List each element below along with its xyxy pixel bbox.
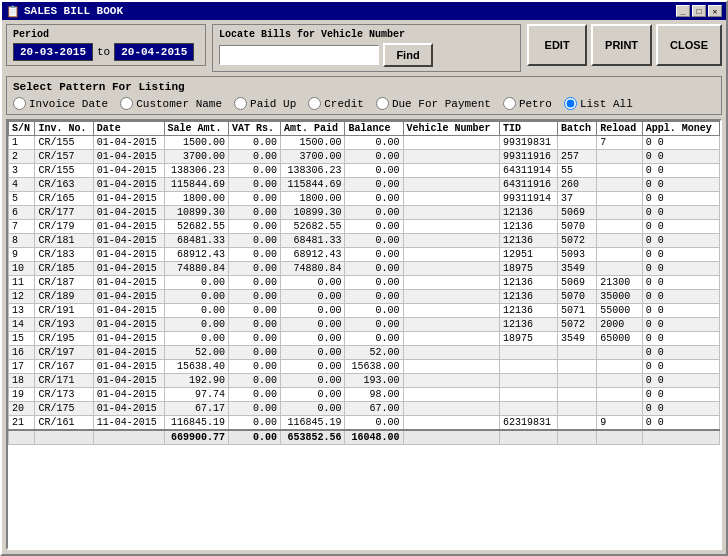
table-row[interactable]: 18CR/17101-04-2015192.900.000.00193.000 …: [9, 374, 720, 388]
table-row[interactable]: 4CR/16301-04-2015115844.690.00115844.690…: [9, 178, 720, 192]
table-cell: 19: [9, 388, 35, 402]
table-cell: 0 0: [642, 206, 719, 220]
table-cell: [403, 360, 499, 374]
title-bar: 📋 SALES BILL BOOK _ □ ✕: [2, 2, 726, 20]
radio-paid-up[interactable]: Paid Up: [234, 97, 296, 110]
top-section: Period 20-03-2015 to 20-04-2015 Locate B…: [6, 24, 722, 72]
table-row[interactable]: 6CR/17701-04-201510899.300.0010899.300.0…: [9, 206, 720, 220]
table-row[interactable]: 9CR/18301-04-201568912.430.0068912.430.0…: [9, 248, 720, 262]
title-bar-controls: _ □ ✕: [676, 5, 722, 17]
close-action-button[interactable]: CLOSE: [656, 24, 722, 66]
table-row[interactable]: 7CR/17901-04-201552682.550.0052682.550.0…: [9, 220, 720, 234]
table-cell: 0 0: [642, 290, 719, 304]
table-cell: 0 0: [642, 220, 719, 234]
table-cell: 52682.55: [164, 220, 229, 234]
table-row[interactable]: 8CR/18101-04-201568481.330.0068481.330.0…: [9, 234, 720, 248]
table-cell: [597, 234, 642, 248]
table-cell: [403, 150, 499, 164]
table-row[interactable]: 13CR/19101-04-20150.000.000.000.00121365…: [9, 304, 720, 318]
table-cell: [597, 262, 642, 276]
table-row[interactable]: 21CR/16111-04-2015116845.190.00116845.19…: [9, 416, 720, 431]
col-inv-no: Inv. No.: [35, 122, 93, 136]
table-cell: 0 0: [642, 262, 719, 276]
table-cell: 0 0: [642, 178, 719, 192]
table-cell: 01-04-2015: [93, 262, 164, 276]
table-cell: 1: [9, 136, 35, 150]
table-cell: 0.00: [229, 388, 281, 402]
table-cell: [597, 388, 642, 402]
table-cell: [499, 346, 557, 360]
from-date[interactable]: 20-03-2015: [13, 43, 93, 61]
table-cell: 62319831: [499, 416, 557, 431]
table-cell: [597, 150, 642, 164]
table-row[interactable]: 20CR/17501-04-201567.170.000.0067.000 0: [9, 402, 720, 416]
data-table-container[interactable]: S/N Inv. No. Date Sale Amt. VAT Rs. Amt.…: [6, 119, 722, 550]
vehicle-number-input[interactable]: [219, 45, 379, 65]
table-row[interactable]: 5CR/16501-04-20151800.000.001800.000.009…: [9, 192, 720, 206]
col-date: Date: [93, 122, 164, 136]
table-row[interactable]: 10CR/18501-04-201574880.840.0074880.840.…: [9, 262, 720, 276]
table-row[interactable]: 15CR/19501-04-20150.000.000.000.00189753…: [9, 332, 720, 346]
table-cell: 01-04-2015: [93, 164, 164, 178]
table-cell: 0.00: [164, 318, 229, 332]
table-row[interactable]: 3CR/15501-04-2015138306.230.00138306.230…: [9, 164, 720, 178]
table-row[interactable]: 2CR/15701-04-20153700.000.003700.000.009…: [9, 150, 720, 164]
table-row[interactable]: 12CR/18901-04-20150.000.000.000.00121365…: [9, 290, 720, 304]
table-row[interactable]: 16CR/19701-04-201552.000.000.0052.000 0: [9, 346, 720, 360]
table-cell: 0.00: [280, 402, 345, 416]
table-row[interactable]: 14CR/19301-04-20150.000.000.000.00121365…: [9, 318, 720, 332]
radio-due-payment[interactable]: Due For Payment: [376, 97, 491, 110]
table-cell: 0.00: [345, 234, 403, 248]
col-appl-money: Appl. Money: [642, 122, 719, 136]
table-cell: 1500.00: [164, 136, 229, 150]
print-button[interactable]: PRINT: [591, 24, 652, 66]
footer-cell: 0.00: [229, 430, 281, 445]
table-cell: 0 0: [642, 276, 719, 290]
table-cell: [597, 220, 642, 234]
table-cell: [597, 248, 642, 262]
radio-credit[interactable]: Credit: [308, 97, 364, 110]
table-cell: CR/171: [35, 374, 93, 388]
table-cell: 0.00: [164, 276, 229, 290]
table-cell: [597, 346, 642, 360]
table-cell: 10: [9, 262, 35, 276]
edit-button[interactable]: EDIT: [527, 24, 587, 66]
close-button[interactable]: ✕: [708, 5, 722, 17]
table-cell: 01-04-2015: [93, 192, 164, 206]
table-cell: 64311916: [499, 178, 557, 192]
find-button[interactable]: Find: [383, 43, 433, 67]
table-cell: 0.00: [229, 360, 281, 374]
table-cell: 115844.69: [280, 178, 345, 192]
table-cell: CR/155: [35, 164, 93, 178]
table-cell: CR/175: [35, 402, 93, 416]
table-cell: 0.00: [345, 192, 403, 206]
table-row[interactable]: 11CR/18701-04-20150.000.000.000.00121365…: [9, 276, 720, 290]
table-cell: [403, 332, 499, 346]
table-cell: 0.00: [280, 360, 345, 374]
table-cell: 7: [9, 220, 35, 234]
table-cell: CR/157: [35, 150, 93, 164]
table-cell: 52682.55: [280, 220, 345, 234]
maximize-button[interactable]: □: [692, 5, 706, 17]
table-row[interactable]: 19CR/17301-04-201597.740.000.0098.000 0: [9, 388, 720, 402]
table-cell: [403, 416, 499, 431]
table-cell: 10899.30: [280, 206, 345, 220]
table-cell: 0 0: [642, 388, 719, 402]
radio-invoice-date[interactable]: Invoice Date: [13, 97, 108, 110]
radio-list-all[interactable]: List All: [564, 97, 633, 110]
table-cell: 0.00: [345, 318, 403, 332]
to-date[interactable]: 20-04-2015: [114, 43, 194, 61]
radio-customer-name[interactable]: Customer Name: [120, 97, 222, 110]
minimize-button[interactable]: _: [676, 5, 690, 17]
table-cell: 15638.00: [345, 360, 403, 374]
table-cell: 0 0: [642, 304, 719, 318]
table-cell: 5072: [558, 318, 597, 332]
radio-petro[interactable]: Petro: [503, 97, 552, 110]
table-cell: 21: [9, 416, 35, 431]
table-row[interactable]: 1CR/15501-04-20151500.000.001500.000.009…: [9, 136, 720, 150]
table-row[interactable]: 17CR/16701-04-201515638.400.000.0015638.…: [9, 360, 720, 374]
table-cell: 68912.43: [280, 248, 345, 262]
locate-label: Locate Bills for Vehicle Number: [219, 29, 514, 40]
table-cell: 99319831: [499, 136, 557, 150]
table-cell: [403, 220, 499, 234]
